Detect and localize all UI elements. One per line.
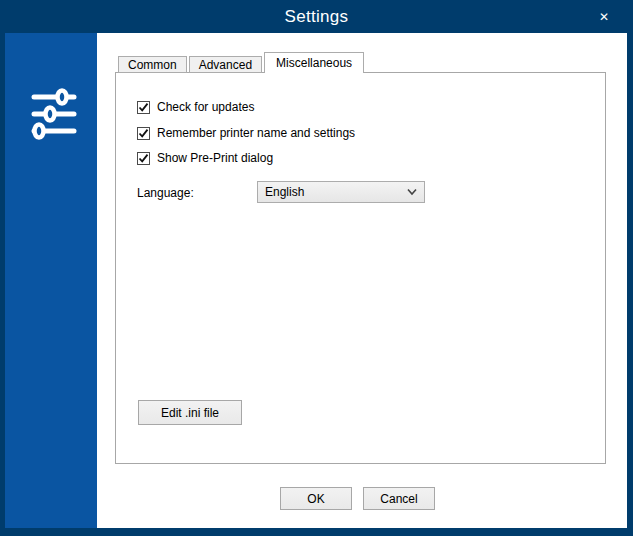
- main-content: Common Advanced Miscellaneous Check f: [97, 33, 627, 528]
- cancel-button[interactable]: Cancel: [363, 487, 435, 510]
- language-row: Language: English: [137, 181, 585, 203]
- checkbox[interactable]: [137, 152, 150, 165]
- checkbox[interactable]: [137, 101, 150, 114]
- checkbox[interactable]: [137, 127, 150, 140]
- window-title: Settings: [285, 7, 349, 27]
- tab-advanced[interactable]: Advanced: [189, 56, 262, 73]
- tab-advanced-label: Advanced: [199, 58, 252, 72]
- sidebar: [5, 33, 97, 528]
- check-icon: [138, 102, 149, 113]
- language-label: Language:: [137, 186, 194, 200]
- miscellaneous-tab-panel: Check for updates Remember printer name …: [115, 72, 606, 464]
- check-icon: [138, 128, 149, 139]
- tab-common[interactable]: Common: [118, 56, 187, 73]
- edit-ini-file-label: Edit .ini file: [161, 406, 219, 420]
- sliders-icon: [31, 88, 77, 140]
- close-icon: ✕: [599, 10, 609, 24]
- tab-miscellaneous-label: Miscellaneous: [276, 56, 352, 70]
- settings-window: Settings ✕ Common: [0, 0, 633, 536]
- checkbox-remember-printer[interactable]: Remember printer name and settings: [137, 127, 355, 140]
- language-selected-value: English: [265, 185, 402, 199]
- checkbox-label: Check for updates: [157, 101, 254, 114]
- cancel-label: Cancel: [380, 492, 417, 506]
- checkbox-check-for-updates[interactable]: Check for updates: [137, 101, 254, 114]
- language-select[interactable]: English: [257, 181, 425, 203]
- tab-common-label: Common: [128, 58, 177, 72]
- ok-button[interactable]: OK: [280, 487, 352, 510]
- edit-ini-file-button[interactable]: Edit .ini file: [138, 400, 242, 425]
- check-icon: [138, 153, 149, 164]
- ok-label: OK: [307, 492, 324, 506]
- close-button[interactable]: ✕: [589, 0, 619, 33]
- checkbox-show-preprint-dialog[interactable]: Show Pre-Print dialog: [137, 152, 273, 165]
- checkbox-label: Remember printer name and settings: [157, 127, 355, 140]
- chevron-down-icon: [407, 188, 417, 196]
- window-body: Common Advanced Miscellaneous Check f: [0, 33, 633, 528]
- tab-bar: Common Advanced Miscellaneous: [118, 52, 364, 73]
- checkbox-label: Show Pre-Print dialog: [157, 152, 273, 165]
- titlebar: Settings ✕: [0, 0, 633, 33]
- tab-miscellaneous[interactable]: Miscellaneous: [264, 52, 364, 73]
